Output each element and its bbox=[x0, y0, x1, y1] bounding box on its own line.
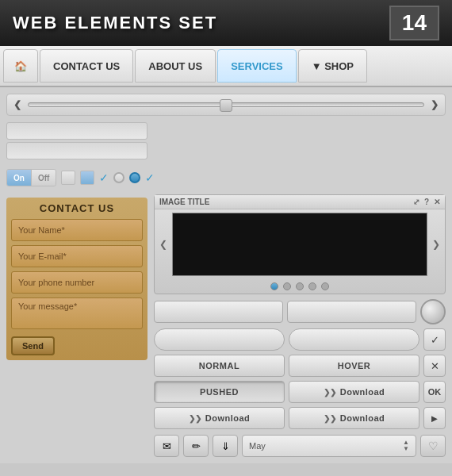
checkbox-checked[interactable] bbox=[80, 171, 94, 185]
download-arrow-icon-3: ❯❯ bbox=[324, 414, 337, 423]
toggle-row: On Off ✓ ✓ bbox=[6, 169, 446, 186]
slider-container: ❮ ❯ bbox=[6, 94, 446, 116]
normal-button[interactable]: NORMAL bbox=[154, 355, 285, 377]
email-placeholder: Your E-mail* bbox=[18, 251, 67, 261]
image-next-button[interactable]: ❯ bbox=[431, 239, 442, 250]
button-pill-1[interactable] bbox=[154, 328, 285, 351]
slider-thumb[interactable] bbox=[220, 99, 232, 112]
main-content: ❮ ❯ On Off ✓ ✓ CONTACT US bbox=[0, 87, 452, 463]
message-field[interactable]: Your message* bbox=[11, 298, 143, 329]
checkbox-unchecked[interactable] bbox=[61, 171, 75, 185]
download-button-3[interactable]: ❯❯ Download bbox=[289, 407, 419, 429]
window-close-icon[interactable]: ✕ bbox=[434, 198, 440, 206]
month-label: May bbox=[249, 441, 266, 451]
hover-label: HOVER bbox=[338, 361, 371, 370]
dot-4[interactable] bbox=[308, 282, 316, 290]
nav-home[interactable]: 🏠 bbox=[3, 49, 38, 83]
pushed-label: PUSHED bbox=[200, 387, 239, 397]
download-arrow-icon-2: ❯❯ bbox=[189, 414, 202, 423]
ok-button[interactable]: OK bbox=[423, 381, 446, 403]
email-field[interactable]: Your E-mail* bbox=[11, 245, 143, 267]
phone-field[interactable]: Your phone number bbox=[11, 271, 143, 294]
nav-shop[interactable]: ▼ SHOP bbox=[298, 49, 367, 83]
slider-track[interactable] bbox=[28, 102, 424, 107]
download-label-1: ❯❯ Download bbox=[324, 387, 385, 397]
navigation: 🏠 CONTACT US ABOUT US SERVICES ▼ SHOP bbox=[0, 46, 452, 87]
download-arrow-icon-1: ❯❯ bbox=[324, 388, 337, 397]
header: WEB ELEMENTS SET 14 bbox=[0, 0, 452, 46]
download-label-2: ❯❯ Download bbox=[189, 413, 251, 423]
send-button[interactable]: Send bbox=[11, 336, 55, 355]
nav-about-label: ABOUT US bbox=[148, 60, 202, 72]
dot-checkmark-icon: ✓ bbox=[145, 171, 155, 184]
window-controls: ⤢ ? ✕ bbox=[413, 198, 440, 206]
check-button[interactable]: ✓ bbox=[423, 328, 446, 351]
set-number: 14 bbox=[389, 6, 439, 40]
pencil-icon-button[interactable]: ✏ bbox=[183, 435, 209, 457]
dot-2[interactable] bbox=[283, 282, 291, 290]
window-expand-icon[interactable]: ⤢ bbox=[413, 198, 419, 206]
nav-about[interactable]: ABOUT US bbox=[135, 49, 216, 83]
nav-services[interactable]: SERVICES bbox=[217, 49, 297, 83]
text-input-1[interactable] bbox=[6, 122, 147, 140]
nav-contact[interactable]: CONTACT US bbox=[40, 49, 133, 83]
button-pill-2[interactable] bbox=[289, 328, 419, 351]
image-window: IMAGE TITLE ⤢ ? ✕ ❮ ❯ bbox=[154, 194, 446, 294]
text-inputs bbox=[6, 122, 446, 159]
toggle-on-label[interactable]: On bbox=[7, 170, 32, 186]
right-column: IMAGE TITLE ⤢ ? ✕ ❮ ❯ bbox=[154, 194, 446, 457]
bottom-icon-row: ✉ ✏ ⇓ May ▲ ▼ ♡ bbox=[154, 435, 446, 457]
left-column: CONTACT US Your Name* Your E-mail* Your … bbox=[6, 194, 147, 457]
image-title: IMAGE TITLE bbox=[159, 198, 209, 206]
slider-left-arrow[interactable]: ❮ bbox=[13, 99, 21, 110]
nav-shop-label: ▼ SHOP bbox=[312, 60, 354, 72]
button-blank-2[interactable] bbox=[287, 301, 416, 323]
right-arrow-button[interactable]: ► bbox=[423, 407, 446, 429]
down-arrows-button[interactable]: ⇓ bbox=[213, 435, 238, 457]
name-field[interactable]: Your Name* bbox=[11, 219, 143, 241]
window-help-icon[interactable]: ? bbox=[424, 198, 429, 206]
image-window-body: ❮ ❯ bbox=[155, 209, 445, 279]
radio-active[interactable] bbox=[129, 172, 140, 183]
contact-form-title: CONTACT US bbox=[11, 202, 143, 214]
buttons-row-1 bbox=[154, 299, 446, 324]
select-arrows-icon: ▲ ▼ bbox=[403, 440, 409, 452]
round-knob-button[interactable] bbox=[420, 299, 446, 324]
dot-1[interactable] bbox=[270, 282, 278, 290]
name-placeholder: Your Name* bbox=[18, 225, 65, 235]
phone-placeholder: Your phone number bbox=[18, 278, 94, 287]
slider-right-arrow[interactable]: ❯ bbox=[431, 99, 439, 110]
image-dots bbox=[155, 279, 445, 294]
hover-button[interactable]: HOVER bbox=[289, 355, 419, 377]
app-title: WEB ELEMENTS SET bbox=[13, 13, 389, 33]
download-label-3: ❯❯ Download bbox=[324, 413, 385, 423]
dot-3[interactable] bbox=[296, 282, 304, 290]
image-window-titlebar: IMAGE TITLE ⤢ ? ✕ bbox=[155, 195, 445, 209]
buttons-row-3: NORMAL HOVER ✕ bbox=[154, 355, 446, 377]
close-x-button[interactable]: ✕ bbox=[423, 355, 446, 377]
download-button-2[interactable]: ❯❯ Download bbox=[154, 407, 285, 429]
heart-button[interactable]: ♡ bbox=[420, 435, 446, 457]
dot-5[interactable] bbox=[321, 282, 329, 290]
toggle-off-label[interactable]: Off bbox=[32, 170, 56, 186]
image-display bbox=[172, 213, 427, 276]
message-placeholder: Your message* bbox=[18, 301, 77, 311]
nav-services-label: SERVICES bbox=[231, 60, 283, 72]
radio-unchecked[interactable] bbox=[113, 172, 124, 183]
two-column-layout: CONTACT US Your Name* Your E-mail* Your … bbox=[6, 194, 446, 457]
download-button-1[interactable]: ❯❯ Download bbox=[289, 381, 419, 403]
icon-row: ✓ ✓ bbox=[61, 171, 155, 185]
pushed-button[interactable]: PUSHED bbox=[154, 381, 285, 403]
text-input-2[interactable] bbox=[6, 142, 147, 159]
email-icon-button[interactable]: ✉ bbox=[154, 435, 179, 457]
button-blank-1[interactable] bbox=[154, 301, 283, 323]
image-prev-button[interactable]: ❮ bbox=[158, 239, 169, 250]
buttons-row-5: ❯❯ Download ❯❯ Download ► bbox=[154, 407, 446, 429]
buttons-row-4: PUSHED ❯❯ Download OK bbox=[154, 381, 446, 403]
home-icon: 🏠 bbox=[14, 60, 27, 72]
buttons-row-2: ✓ bbox=[154, 328, 446, 351]
toggle-switch[interactable]: On Off bbox=[6, 169, 56, 186]
normal-label: NORMAL bbox=[199, 361, 239, 370]
month-select[interactable]: May ▲ ▼ bbox=[242, 435, 416, 457]
nav-contact-label: CONTACT US bbox=[53, 60, 120, 72]
